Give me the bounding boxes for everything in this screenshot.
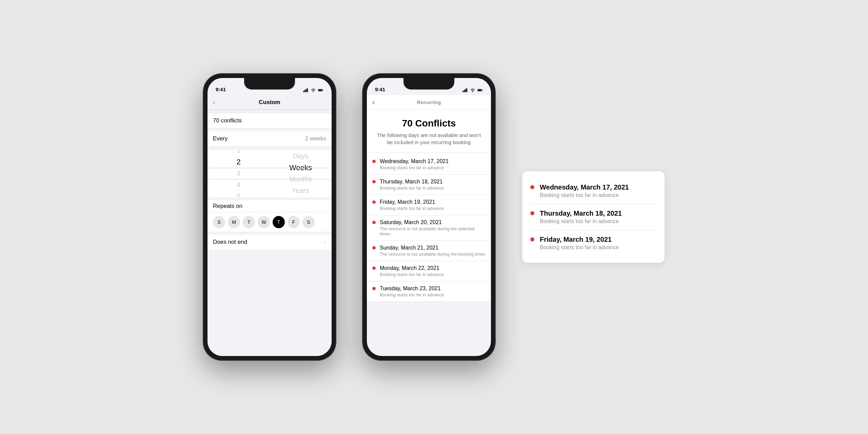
conflict-date-1: Thursday, March 18, 2021 (380, 179, 444, 185)
conflict-item-1: Thursday, March 18, 2021 Booking starts … (367, 175, 491, 195)
conflict-reason-1: Booking starts too far in advance (380, 185, 444, 191)
picker-num-2[interactable]: 2 (208, 156, 270, 168)
conflict-info-6: Tuesday, March 23, 2021 Booking starts t… (380, 285, 444, 297)
conflict-dot-6 (372, 287, 376, 290)
day-wed[interactable]: W (258, 216, 270, 228)
picker-num-3[interactable]: 3 (208, 168, 270, 179)
wifi-icon-2 (470, 88, 475, 92)
back-button-phone2[interactable]: ‹ (372, 98, 375, 107)
phone1: 9:41 (203, 74, 336, 360)
screen-content-phone1: 70 conflicts Every 2 weeks 1 2 3 4 5 (208, 110, 332, 356)
day-mon[interactable]: M (228, 216, 240, 228)
conflict-reason-3: The resource is not available during the… (380, 226, 486, 236)
card-item-2: Friday, March 19, 2021 Booking starts to… (530, 230, 656, 256)
conflict-date-5: Monday, March 22, 2021 (380, 265, 444, 271)
back-button[interactable]: ‹ (213, 99, 215, 106)
conflict-dot-4 (372, 246, 376, 250)
svg-rect-1 (304, 90, 305, 92)
conflict-reason-6: Booking starts too far in advance (380, 292, 444, 297)
conflicts-modal: 70 Conflicts The following days are not … (367, 110, 491, 302)
conflict-item-3: Saturday, March 20, 2021 The resource is… (367, 215, 491, 241)
card-item-1: Thursday, March 18, 2021 Booking starts … (530, 204, 656, 230)
nav-title-phone2: Recurring (417, 99, 441, 105)
day-sun[interactable]: S (213, 216, 225, 228)
card-item-0: Wednesday, March 17, 2021 Booking starts… (530, 178, 656, 204)
svg-rect-12 (482, 90, 482, 91)
conflict-item-0: Wednesday, March 17, 2021 Booking starts… (367, 154, 491, 175)
chevron-right-icon: › (324, 239, 326, 245)
svg-rect-5 (323, 90, 323, 91)
conflict-date-4: Sunday, March 21, 2021 (380, 245, 485, 251)
card-info-0: Wednesday, March 17, 2021 Booking starts… (540, 183, 629, 198)
conflict-dot-5 (372, 267, 376, 270)
svg-rect-8 (464, 90, 465, 92)
conflict-dot-2 (372, 200, 376, 204)
status-icons-phone2 (462, 88, 483, 92)
svg-rect-0 (303, 91, 304, 92)
picker-days[interactable]: Days (270, 151, 332, 162)
conflict-dot-3 (372, 221, 376, 224)
conflict-item-6: Tuesday, March 23, 2021 Booking starts t… (367, 281, 491, 302)
status-time-phone2: 9:41 (375, 86, 385, 92)
card-dot-1 (530, 211, 534, 215)
conflict-dot-1 (372, 180, 376, 183)
number-picker[interactable]: 1 2 3 4 5 (208, 150, 270, 197)
floating-card: Wednesday, March 17, 2021 Booking starts… (522, 171, 665, 263)
conflict-info-1: Thursday, March 18, 2021 Booking starts … (380, 179, 444, 191)
card-info-2: Friday, March 19, 2021 Booking starts to… (540, 236, 619, 251)
picker-weeks[interactable]: Weeks (270, 162, 332, 174)
wifi-icon (311, 88, 316, 92)
picker-section[interactable]: 1 2 3 4 5 Days Weeks Months Years (208, 150, 332, 197)
conflict-date-3: Saturday, March 20, 2021 (380, 219, 486, 225)
conflict-reason-2: Booking starts too far in advance (380, 206, 444, 211)
status-icons (303, 88, 323, 92)
day-thu[interactable]: T (273, 216, 285, 228)
conflict-item-5: Monday, March 22, 2021 Booking starts to… (367, 261, 491, 281)
phone2: 9:41 (363, 74, 495, 360)
card-info-1: Thursday, March 18, 2021 Booking starts … (540, 210, 622, 224)
conflict-info-0: Wednesday, March 17, 2021 Booking starts… (380, 158, 449, 170)
does-not-end-row[interactable]: Does not end › (208, 235, 332, 250)
card-reason-2: Booking starts too far in advance (540, 244, 619, 251)
conflicts-row[interactable]: 70 conflicts (208, 113, 332, 128)
modal-subtitle: The following days are not available and… (367, 132, 491, 153)
conflict-item-2: Friday, March 19, 2021 Booking starts to… (367, 195, 491, 215)
modal-title: 70 Conflicts (367, 110, 491, 132)
picker-years[interactable]: Years (270, 185, 332, 197)
svg-rect-10 (466, 88, 467, 92)
svg-rect-13 (478, 90, 481, 91)
conflict-date-2: Friday, March 19, 2021 (380, 199, 444, 205)
svg-rect-2 (306, 89, 307, 92)
repeats-label: Repeats on (208, 200, 332, 213)
battery-icon (318, 88, 323, 92)
every-row[interactable]: Every 2 weeks (208, 131, 332, 146)
conflict-date-0: Wednesday, March 17, 2021 (380, 158, 449, 164)
every-value: 2 weeks (305, 135, 326, 142)
card-dot-0 (530, 185, 534, 189)
conflict-info-5: Monday, March 22, 2021 Booking starts to… (380, 265, 444, 277)
day-tue[interactable]: T (243, 216, 255, 228)
card-reason-0: Booking starts too far in advance (540, 192, 629, 198)
svg-rect-7 (462, 91, 463, 92)
day-sat[interactable]: S (302, 216, 315, 228)
conflict-item-4: Sunday, March 21, 2021 The resource is n… (367, 241, 491, 261)
svg-rect-3 (307, 88, 308, 92)
conflict-date-6: Tuesday, March 23, 2021 (380, 285, 444, 292)
unit-picker[interactable]: Days Weeks Months Years (270, 151, 332, 197)
svg-rect-9 (465, 89, 466, 92)
picker-months[interactable]: Months (270, 174, 332, 185)
nav-bar-phone1: ‹ Custom (208, 95, 332, 110)
conflicts-text: 70 conflicts (213, 117, 242, 124)
day-fri[interactable]: F (288, 216, 300, 228)
notch-phone2 (403, 78, 454, 90)
notch (244, 78, 295, 90)
card-date-1: Thursday, March 18, 2021 (540, 210, 622, 217)
conflict-reason-5: Booking starts too far in advance (380, 272, 444, 277)
conflict-info-3: Saturday, March 20, 2021 The resource is… (380, 219, 486, 236)
nav-bar-phone2: ‹ Recurring (367, 95, 491, 110)
picker-num-1[interactable]: 1 (208, 150, 270, 156)
battery-icon-2 (477, 88, 483, 92)
picker-num-5[interactable]: 5 (208, 191, 270, 197)
picker-num-4[interactable]: 4 (208, 179, 270, 191)
repeats-on-section: Repeats on S M T W T F S (208, 200, 332, 232)
